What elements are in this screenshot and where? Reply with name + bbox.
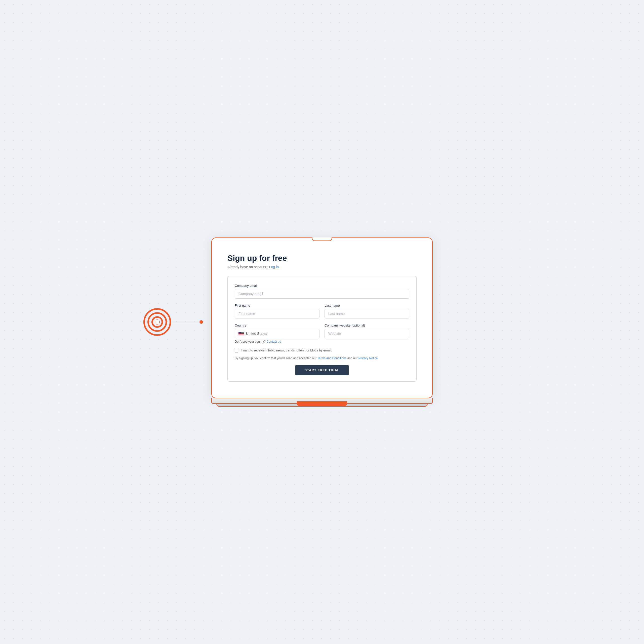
connector-dot (199, 320, 203, 324)
login-prompt-text: Already have an account? (227, 265, 268, 269)
first-name-label: First name (235, 304, 319, 307)
us-flag-icon (238, 332, 244, 335)
country-select-wrapper[interactable]: United States United Kingdom Canada Aust… (235, 329, 319, 338)
website-input[interactable] (325, 329, 409, 338)
last-name-label: Last name (325, 304, 409, 307)
name-row: First name Last name (235, 304, 409, 318)
privacy-link[interactable]: Privacy Notice. (358, 356, 379, 360)
laptop-screen: Sign up for free Already have an account… (216, 243, 428, 391)
contact-text: Don't see your counry? Contact us (235, 340, 319, 343)
company-email-label: Company email (235, 284, 409, 288)
laptop: Sign up for free Already have an account… (211, 237, 433, 407)
svg-rect-4 (155, 320, 159, 324)
contact-link[interactable]: Contact us (266, 340, 281, 343)
last-name-group: Last name (325, 304, 409, 318)
country-label: Country (235, 324, 319, 327)
contact-prompt: Don't see your counry? (235, 340, 266, 343)
terms-text: By signing up, you confirm that you've r… (235, 356, 409, 360)
country-group: Country United States United Kingdom Can… (235, 324, 319, 343)
target-icon-wrapper (143, 308, 201, 336)
newsletter-checkbox-row: I want to receive Infobip news, trends, … (235, 348, 409, 352)
newsletter-checkbox[interactable] (235, 349, 238, 352)
scene: Sign up for free Already have an account… (184, 237, 460, 407)
first-name-input[interactable] (235, 309, 319, 318)
signup-form: Company email First name Last name (227, 276, 417, 382)
country-website-row: Country United States United Kingdom Can… (235, 324, 409, 343)
laptop-base (211, 398, 433, 404)
terms-and: and our (347, 356, 358, 360)
last-name-input[interactable] (325, 309, 409, 318)
start-trial-button[interactable]: START FREE TRIAL (295, 365, 348, 375)
connector-line (171, 322, 201, 322)
terms-intro: By signing up, you confirm that you've r… (235, 356, 316, 360)
bullseye-icon (143, 308, 171, 336)
first-name-group: First name (235, 304, 319, 318)
terms-link[interactable]: Terms and Conditions (317, 356, 346, 360)
page-title: Sign up for free (227, 254, 417, 263)
login-prompt: Already have an account? Log in (227, 265, 417, 269)
website-label: Company website (optional) (325, 324, 409, 327)
country-select[interactable]: United States United Kingdom Canada Aust… (246, 332, 316, 336)
website-group: Company website (optional) (325, 324, 409, 343)
company-email-input[interactable] (235, 289, 409, 299)
laptop-camera-notch (312, 237, 332, 241)
laptop-screen-bezel: Sign up for free Already have an account… (211, 237, 433, 398)
newsletter-label: I want to receive Infobip news, trends, … (241, 348, 332, 352)
company-email-group: Company email (235, 284, 409, 299)
login-link[interactable]: Log in (269, 265, 279, 269)
